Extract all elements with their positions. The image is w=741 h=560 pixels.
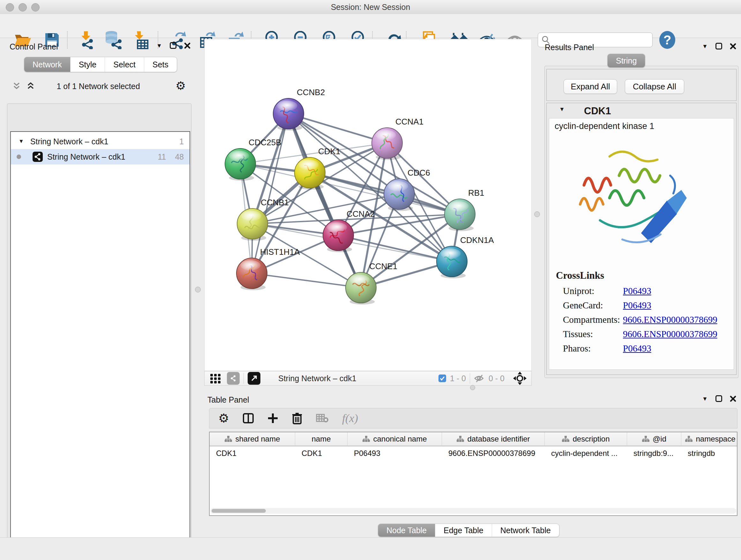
tab-string[interactable]: String [608,54,645,67]
network-node-CDK1[interactable] [294,158,325,190]
table-panel-float-button[interactable] [716,395,722,402]
node-label-CDKN1A: CDKN1A [460,235,494,245]
column-header-databaseidentifier[interactable]: database identifier [442,432,545,446]
birds-eye-crosshair-icon[interactable] [513,371,527,385]
network-node-CDC6[interactable] [384,179,414,211]
network-node-CCNA2[interactable] [323,220,354,252]
node-label-CDK1: CDK1 [318,146,340,156]
detach-view-icon[interactable] [248,372,260,385]
network-style-share-icon[interactable] [227,372,240,385]
node-label-CDC25B: CDC25B [249,138,281,147]
results-panel-collapse-icon[interactable]: ▼ [702,44,708,49]
tree-column-icon [642,435,650,442]
expand-all-icon[interactable] [13,82,22,90]
collection-collapse-icon[interactable]: ▼ [18,138,24,145]
column-header-description[interactable]: description [545,432,627,446]
network-view-toolbar: String Network – cdk1 1 - 0 0 - 0 [204,371,532,386]
expand-all-button[interactable]: Expand All [563,79,617,94]
gene-description: cyclin-dependent kinase 1 [555,121,654,131]
results-panel-tab-bar: String [607,54,645,68]
network-node-HIST1H1A[interactable] [237,258,267,290]
control-panel-collapse-icon[interactable]: ▼ [156,43,162,49]
collapse-all-icon[interactable] [27,82,37,90]
gene-collapse-icon[interactable]: ▼ [559,106,565,113]
control-panel-float-button[interactable] [170,42,177,49]
tab-select[interactable]: Select [105,57,144,72]
crosslink-tissues-link[interactable]: 9606.ENSP00000378699 [623,329,718,339]
column-header-namespace[interactable]: namespace [681,432,738,446]
column-header-name[interactable]: name [295,432,347,446]
network-view-canvas[interactable]: CCNB2CCNA1CDC25BCDK1CDC6RB1CCNB1CCNA2CDK… [204,39,532,371]
show-columns-icon[interactable] [243,413,254,424]
crosslink-compartments-link[interactable]: 9606.ENSP00000378699 [623,314,718,325]
table-settings-gear-icon[interactable]: ⚙ [218,411,229,425]
tab-network[interactable]: Network [24,57,71,72]
network-node-RB1[interactable] [445,199,475,231]
gene-title: CDK1 [584,105,611,117]
cytoscape-window: { "window": { "title": "Session: New Ses… [0,0,741,560]
network-node-CCNA1[interactable] [372,128,402,160]
table-panel-close-icon[interactable] [730,395,736,402]
toolbar-separator [244,373,244,384]
delete-table-icon[interactable] [316,413,329,423]
tab-style[interactable]: Style [71,57,105,72]
table-header-row: shared namenamecanonical namedatabase id… [210,432,737,446]
network-tree: ▼ String Network – cdk1 1 String Network… [10,131,190,560]
crosslink-row: Tissues:9606.ENSP00000378699 [563,329,735,341]
network-row-selected[interactable]: String Network – cdk1 11 48 [11,149,190,165]
node-label-CCNA2: CCNA2 [347,209,375,219]
title-bar: Session: New Session [0,0,741,14]
tree-column-icon [456,435,464,442]
table-panel-collapse-icon[interactable]: ▼ [702,396,708,401]
crosslink-label: Pharos: [563,343,591,354]
network-node-CDKN1A[interactable] [436,246,467,278]
crosslink-row: Uniprot:P06493 [563,286,735,299]
selected-checkbox-icon[interactable] [439,374,446,382]
network-selection-summary: 1 of 1 Network selected [38,82,159,91]
crosslink-pharos-link[interactable]: P06493 [623,343,651,354]
delete-column-trash-icon[interactable] [292,412,302,424]
table-scrollbar-thumb[interactable] [212,509,266,513]
crosslink-row: GeneCard:P06493 [563,300,735,313]
network-collection-row[interactable]: ▼ String Network – cdk1 1 [11,134,190,149]
function-builder-icon[interactable]: f(x) [342,412,358,425]
table-cell: P06493 [347,446,442,460]
tab-edge-table[interactable]: Edge Table [435,524,492,537]
grid-view-icon[interactable] [209,372,222,385]
table-panel-title: Table Panel [207,395,249,405]
tab-network-table[interactable]: Network Table [492,524,559,537]
table-cell: CDK1 [210,446,295,460]
network-node-CCNB1[interactable] [237,208,268,241]
crosslink-uniprot-link[interactable]: P06493 [623,286,651,296]
network-node-CDC25B[interactable] [225,148,256,181]
node-label-CCNB1: CCNB1 [261,198,289,207]
table-row[interactable]: CDK1CDK1P064939606.ENSP00000378699cyclin… [210,446,737,460]
bottom-splitter-handle[interactable] [470,385,475,390]
table-cell: stringdb [681,446,738,460]
crosslink-row: Pharos:P06493 [563,343,735,356]
collapse-all-button[interactable]: Collapse All [625,79,684,94]
results-panel-close-icon[interactable] [730,43,736,50]
column-header-id[interactable]: @id [627,432,681,446]
node-label-CCNA1: CCNA1 [395,117,423,126]
collection-label: String Network – cdk1 [30,137,109,146]
table-horizontal-scrollbar[interactable] [210,508,736,514]
right-splitter-handle[interactable] [534,211,540,217]
column-header-canonicalname[interactable]: canonical name [347,432,442,446]
network-label: String Network – cdk1 [47,152,125,162]
tab-node-table[interactable]: Node Table [378,524,435,537]
network-panel-gear-icon[interactable]: ⚙ [176,79,186,92]
results-panel-float-button[interactable] [716,43,722,50]
table-cell: CDK1 [295,446,347,460]
add-column-icon[interactable] [267,413,278,424]
tree-column-icon [685,435,692,442]
node-label-CCNE1: CCNE1 [369,261,397,271]
left-splitter-handle[interactable] [195,287,201,293]
control-panel-close-icon[interactable] [184,43,191,49]
tab-sets[interactable]: Sets [144,57,177,72]
control-panel: Control Panel ▼ NetworkStyleSelectSets 1… [3,38,192,537]
column-header-sharedname[interactable]: shared name [210,432,295,446]
network-node-CCNE1[interactable] [346,272,376,305]
table-type-tabs: Node TableEdge TableNetwork Table [378,523,559,537]
crosslink-genecard-link[interactable]: P06493 [623,300,651,311]
